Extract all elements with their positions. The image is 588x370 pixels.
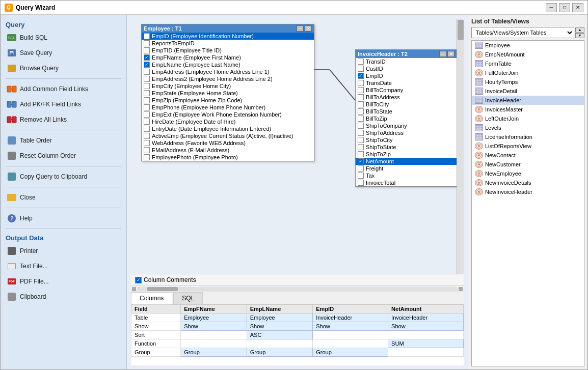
field-checkbox[interactable]: [144, 90, 150, 96]
employee-field-item[interactable]: ReportsToEmpID: [142, 40, 314, 47]
sidebar-item-copy-query[interactable]: Copy Query to Clipboard: [3, 169, 124, 184]
titlebar-controls[interactable]: ─ □ ✕: [546, 3, 583, 12]
table-list-item[interactable]: NewInvoiceDetails: [472, 178, 584, 187]
table-list-item[interactable]: NewCustomer: [472, 160, 584, 169]
table-list-item[interactable]: LeftOuterJoin: [472, 114, 584, 123]
table-list-item[interactable]: EmpNetAmount: [472, 50, 584, 59]
field-checkbox[interactable]: [144, 133, 150, 139]
employee-close-btn[interactable]: ✕: [305, 25, 312, 32]
field-checkbox[interactable]: [144, 40, 150, 46]
field-checkbox[interactable]: [144, 33, 150, 39]
invoice-field-item[interactable]: ShipToCompany: [356, 122, 457, 129]
employee-table-titlebar[interactable]: Employee : T1 ─ ✕: [142, 24, 314, 33]
horizontal-scrollbar[interactable]: [131, 286, 464, 292]
field-checkbox[interactable]: [358, 137, 364, 143]
table-list-item[interactable]: LicenseInformation: [472, 132, 584, 141]
table-list-item[interactable]: ListOfReportsView: [472, 141, 584, 151]
table-list-item[interactable]: InvoiceHeader: [472, 96, 584, 105]
sort-asc-btn[interactable]: ▲: [575, 27, 584, 33]
field-checkbox[interactable]: [358, 158, 364, 164]
table-list-item[interactable]: NewContact: [472, 151, 584, 160]
employee-field-item[interactable]: WebAddress (Favorite WEB Address): [142, 139, 314, 147]
table-list-item[interactable]: FullOuterJoin: [472, 68, 584, 77]
employee-field-item[interactable]: EmpState (Employee Home State): [142, 90, 314, 97]
field-checkbox[interactable]: [144, 140, 150, 146]
field-checkbox[interactable]: [144, 54, 150, 61]
table-list-item[interactable]: FormTable: [472, 59, 584, 68]
field-checkbox[interactable]: [358, 165, 364, 172]
column-comments-checkbox[interactable]: [135, 277, 142, 283]
invoice-field-item[interactable]: Freight: [356, 165, 457, 172]
sidebar-item-text-file[interactable]: Text File...: [3, 259, 124, 273]
sidebar-item-table-order[interactable]: Table Order: [3, 133, 124, 148]
invoice-field-item[interactable]: ShipToState: [356, 144, 457, 151]
invoice-table-controls[interactable]: ─ ✕: [439, 51, 455, 57]
field-checkbox[interactable]: [144, 104, 150, 110]
field-checkbox[interactable]: [144, 97, 150, 103]
invoice-field-item[interactable]: TransDate: [356, 79, 457, 87]
field-checkbox[interactable]: [358, 73, 364, 79]
field-checkbox[interactable]: [144, 47, 150, 53]
invoice-field-item[interactable]: NetAmount: [356, 158, 457, 165]
field-checkbox[interactable]: [358, 87, 364, 93]
employee-field-item[interactable]: EmpTID (Employee Title ID): [142, 47, 314, 54]
field-checkbox[interactable]: [358, 101, 364, 107]
table-list-item[interactable]: HourlyTemps: [472, 77, 584, 87]
employee-minimize-btn[interactable]: ─: [297, 25, 304, 32]
tab-columns[interactable]: Columns: [131, 292, 172, 304]
sidebar-item-add-pk-fk-links[interactable]: Add PK/FK Field Links: [3, 97, 124, 111]
invoice-close-btn[interactable]: ✕: [447, 51, 455, 57]
sidebar-item-clipboard-output[interactable]: Clipboard: [3, 290, 124, 304]
field-checkbox[interactable]: [144, 76, 150, 82]
table-list-item[interactable]: Employee: [472, 41, 584, 50]
invoice-field-item[interactable]: BillToZip: [356, 115, 457, 122]
employee-field-item[interactable]: EmpPhone (Employee Home Phone Number): [142, 104, 314, 111]
invoice-field-item[interactable]: EmpID: [356, 72, 457, 79]
field-checkbox[interactable]: [358, 80, 364, 86]
maximize-button[interactable]: □: [559, 3, 570, 12]
employee-field-item[interactable]: EmpCity (Employee Home City): [142, 82, 314, 90]
invoice-field-item[interactable]: BillToCompany: [356, 87, 457, 94]
employee-field-item[interactable]: HireDate (Employee Date of Hire): [142, 118, 314, 125]
invoice-table-titlebar[interactable]: InvoiceHeader : T2 ─ ✕: [356, 50, 457, 58]
field-checkbox[interactable]: [358, 116, 364, 122]
field-checkbox[interactable]: [358, 180, 364, 186]
employee-field-item[interactable]: EntryDate (Date Employee Information Ent…: [142, 125, 314, 132]
table-list-item[interactable]: InvoicesMaster: [472, 105, 584, 114]
field-checkbox[interactable]: [358, 130, 364, 136]
table-list-item[interactable]: NewEmployee: [472, 169, 584, 178]
invoice-field-item[interactable]: BillToAddress: [356, 94, 457, 101]
employee-field-item[interactable]: EmpZip (Employee Home Zip Code): [142, 97, 314, 104]
close-button[interactable]: ✕: [572, 3, 583, 12]
invoice-field-item[interactable]: ShipToCity: [356, 136, 457, 144]
column-comments-check[interactable]: Column Comments: [135, 276, 196, 283]
invoice-field-item[interactable]: BillToState: [356, 108, 457, 115]
table-list-item[interactable]: NewInvoiceHeader: [472, 187, 584, 196]
sidebar-item-printer[interactable]: Printer: [3, 244, 124, 258]
sidebar-item-help[interactable]: ? Help: [3, 211, 124, 225]
sidebar-item-reset-column-order[interactable]: Reset Column Order: [3, 149, 124, 163]
invoice-field-item[interactable]: Tax: [356, 172, 457, 179]
table-list-item[interactable]: InvoiceDetail: [472, 87, 584, 96]
field-checkbox[interactable]: [358, 151, 364, 157]
field-checkbox[interactable]: [358, 59, 364, 65]
employee-field-item[interactable]: EMailAddress (E-Mail Address): [142, 147, 314, 154]
field-checkbox[interactable]: [144, 126, 150, 132]
sidebar-item-pdf-file[interactable]: PDF PDF File...: [3, 274, 124, 289]
employee-field-item[interactable]: EmpAddress (Employee Home Address Line 1…: [142, 68, 314, 75]
field-checkbox[interactable]: [144, 62, 150, 68]
sidebar-item-close[interactable]: Close: [3, 190, 124, 205]
employee-field-item[interactable]: EmpAddress2 (Employee Home Address Line …: [142, 75, 314, 82]
invoice-field-item[interactable]: ShipToZip: [356, 151, 457, 158]
field-checkbox[interactable]: [358, 108, 364, 115]
sidebar-item-build-sql[interactable]: SQL Build SQL: [3, 31, 124, 45]
field-checkbox[interactable]: [144, 69, 150, 75]
field-checkbox[interactable]: [358, 66, 364, 72]
invoice-field-item[interactable]: CustID: [356, 65, 457, 72]
table-list-item[interactable]: Levels: [472, 123, 584, 132]
field-checkbox[interactable]: [144, 111, 150, 118]
employee-field-item[interactable]: ActiveEmp (Employee Current Status (A)ct…: [142, 132, 314, 139]
employee-field-item[interactable]: EmpLName (Employee Last Name): [142, 61, 314, 68]
sidebar-item-save-query[interactable]: Save Query: [3, 46, 124, 60]
invoice-field-item[interactable]: InvoiceTotal: [356, 179, 457, 186]
